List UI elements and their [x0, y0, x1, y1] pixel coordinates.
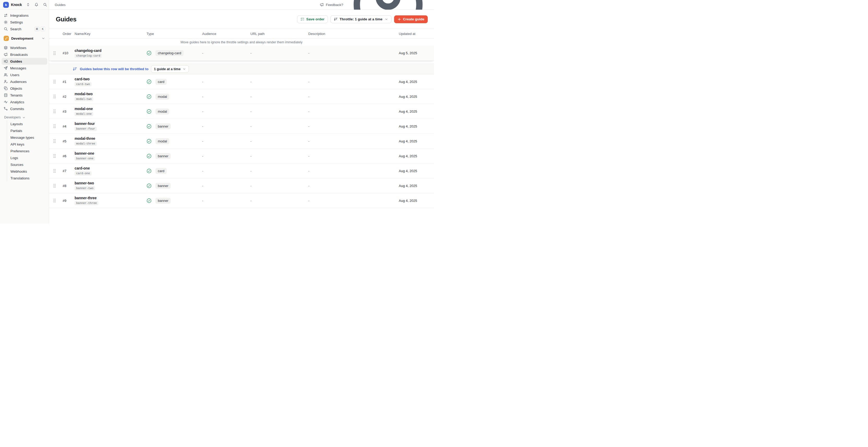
guide-order: #1	[63, 80, 74, 84]
sidebar-item-messages[interactable]: Messages	[2, 65, 47, 71]
guide-name[interactable]: banner-four	[74, 122, 147, 126]
sidebar-item-analytics[interactable]: Analytics	[2, 99, 47, 105]
guide-name[interactable]: changelog-card	[74, 49, 147, 53]
guide-row-card-one[interactable]: #7 card-one card-one card - - - Aug 4, 2…	[49, 163, 434, 179]
guide-row-card-two[interactable]: #1 card-two card-two card - - - Aug 4, 2…	[49, 74, 434, 89]
keyboard-shortcut-key: K	[40, 27, 45, 31]
developers-section-toggle[interactable]: Developers	[2, 114, 47, 121]
drag-handle-icon[interactable]	[53, 94, 56, 99]
create-guide-button[interactable]: Create guide	[394, 15, 428, 23]
guide-order: #6	[63, 154, 74, 158]
throttle-divider-text: Guides below this row will be throttled …	[80, 67, 148, 71]
sidebar-subitem-api-keys[interactable]: API keys	[10, 141, 47, 148]
sidebar-item-users[interactable]: Users	[2, 71, 47, 78]
guide-type-badge: modal	[155, 138, 169, 144]
guide-name[interactable]: modal-two	[74, 92, 147, 96]
guide-description: -	[308, 80, 399, 84]
drag-handle-icon[interactable]	[53, 198, 56, 203]
throttle-amount-select[interactable]: 1 guide at a time	[151, 65, 189, 73]
sidebar-subitem-logs[interactable]: Logs	[10, 154, 47, 161]
guide-name[interactable]: banner-three	[74, 196, 147, 200]
guide-key-badge: card-two	[74, 82, 92, 86]
guide-url-path: -	[250, 80, 308, 84]
throttle-amount-value: 1 guide at a time	[154, 67, 181, 71]
bell-icon[interactable]	[34, 3, 38, 7]
guide-row-modal-two[interactable]: #2 modal-two modal-two modal - - - Aug 4…	[49, 89, 434, 104]
guide-url-path: -	[250, 199, 308, 203]
guide-row-banner-four[interactable]: #4 banner-four banner-four banner - - - …	[49, 119, 434, 134]
objects-icon	[4, 86, 8, 91]
sidebar-subitem-translations[interactable]: Translations	[10, 175, 47, 182]
chevrons-updown-icon[interactable]	[26, 3, 30, 7]
guide-name[interactable]: card-two	[74, 77, 147, 81]
page-header: Guides Save order Throttle: 1 guide at a…	[49, 10, 434, 29]
guide-description: -	[308, 51, 399, 55]
guide-updated-at: Aug 4, 2025	[399, 139, 428, 143]
throttle-divider-row: Guides below this row will be throttled …	[49, 64, 434, 74]
drag-handle-icon[interactable]	[53, 184, 56, 188]
checklist-icon	[301, 17, 304, 21]
developers-section-label: Developers	[4, 116, 21, 119]
guide-name[interactable]: banner-two	[74, 181, 147, 185]
sidebar-item-broadcasts[interactable]: Broadcasts	[2, 51, 47, 58]
sidebar-subitem-webhooks[interactable]: Webhooks	[10, 168, 47, 175]
guide-updated-at: Aug 4, 2025	[399, 169, 428, 173]
throttle-settings-button[interactable]: Throttle: 1 guide at a time	[331, 15, 392, 23]
guide-row-modal-one[interactable]: #3 modal-one modal-one modal - - - Aug 4…	[49, 104, 434, 119]
drag-handle-icon[interactable]	[53, 109, 56, 114]
sort-desc-icon	[334, 17, 338, 21]
environment-switcher[interactable]: Development	[2, 34, 47, 42]
guide-order: #5	[63, 139, 74, 143]
sidebar-item-tenants[interactable]: Tenants	[2, 92, 47, 99]
sidebar-subitem-layouts[interactable]: Layouts	[10, 121, 47, 127]
guide-audience: -	[202, 184, 250, 188]
guide-name[interactable]: modal-three	[74, 136, 147, 140]
knock-logo: k	[3, 2, 9, 8]
sidebar-main-nav: Workflows Broadcasts Guides Messages Use…	[2, 44, 47, 112]
sidebar-item-settings[interactable]: Settings	[2, 19, 47, 26]
guide-type-badge: card	[155, 79, 167, 85]
sidebar-item-commits[interactable]: Commits	[2, 105, 47, 112]
sidebar-item-search[interactable]: Search ⌘K	[2, 26, 47, 32]
drag-handle-icon[interactable]	[53, 139, 56, 143]
workspace-switcher[interactable]: k Knock	[0, 0, 49, 9]
no-throttle-section: Move guides here to ignore the throttle …	[49, 39, 434, 61]
drag-handle-icon[interactable]	[53, 124, 56, 128]
guide-name[interactable]: modal-one	[74, 107, 147, 111]
sidebar-item-objects[interactable]: Objects	[2, 85, 47, 92]
sidebar-subitem-message-types[interactable]: Message types	[10, 134, 47, 141]
feedback-button[interactable]: Feedback?	[320, 3, 343, 7]
guide-row-changelog-card[interactable]: #10 changelog-card changelog-card change…	[49, 45, 434, 61]
sidebar-subitem-partials[interactable]: Partials	[10, 127, 47, 134]
guide-order: #2	[63, 95, 74, 99]
guide-row-banner-three[interactable]: #9 banner-three banner-three banner - - …	[49, 193, 434, 208]
guide-key-badge: modal-two	[74, 97, 93, 101]
check-circle-icon	[147, 198, 152, 203]
guide-audience: -	[202, 124, 250, 128]
guide-name[interactable]: banner-one	[74, 151, 147, 155]
guide-updated-at: Aug 4, 2025	[399, 199, 428, 203]
drag-handle-icon[interactable]	[53, 169, 56, 173]
guide-audience: -	[202, 139, 250, 143]
sidebar-item-audiences[interactable]: Audiences	[2, 78, 47, 85]
sidebar-subitem-preferences[interactable]: Preferences	[10, 148, 47, 154]
save-order-button[interactable]: Save order	[297, 15, 328, 23]
megaphone-icon	[320, 3, 324, 7]
developers-subnav: Layouts Partials Message types API keys …	[7, 121, 47, 182]
sidebar-item-integrations[interactable]: Integrations	[2, 12, 47, 19]
check-circle-icon	[147, 139, 152, 144]
sidebar-item-guides[interactable]: Guides	[2, 58, 47, 65]
search-icon[interactable]	[43, 3, 47, 7]
drag-handle-icon[interactable]	[53, 79, 56, 84]
guide-row-banner-one[interactable]: #6 banner-one banner-one banner - - - Au…	[49, 149, 434, 163]
sidebar-subitem-sources[interactable]: Sources	[10, 161, 47, 168]
search-icon	[4, 27, 8, 31]
guide-name[interactable]: card-one	[74, 166, 147, 170]
guide-row-banner-two[interactable]: #8 banner-two banner-two banner - - - Au…	[49, 179, 434, 193]
sidebar-item-workflows[interactable]: Workflows	[2, 44, 47, 51]
plus-icon	[398, 18, 401, 21]
drag-handle-icon[interactable]	[53, 51, 56, 55]
check-circle-icon	[147, 109, 152, 114]
drag-handle-icon[interactable]	[53, 154, 56, 158]
guide-row-modal-three[interactable]: #5 modal-three modal-three modal - - - A…	[49, 134, 434, 149]
